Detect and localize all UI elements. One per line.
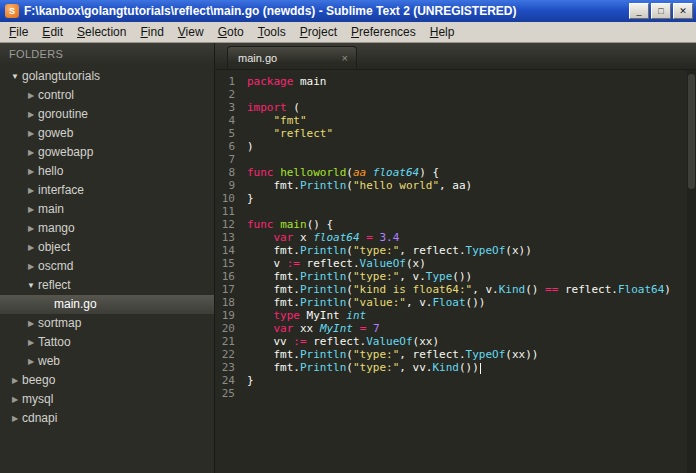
collapsed-arrow-icon[interactable]: ▶: [8, 371, 22, 390]
tree-item-label: goweb: [38, 124, 73, 143]
collapsed-arrow-icon[interactable]: ▶: [24, 143, 38, 162]
tree-item-label: Tattoo: [38, 333, 71, 352]
expanded-arrow-icon[interactable]: ▼: [24, 276, 38, 295]
code-text: fmt.Println("type:", v.Type()): [247, 270, 696, 283]
code-line-9[interactable]: 9 fmt.Println("hello world", aa): [215, 179, 696, 192]
code-line-6[interactable]: 6): [215, 140, 696, 153]
menu-item-selection[interactable]: Selection: [70, 23, 133, 41]
line-number: 13: [215, 231, 247, 244]
code-text: [247, 205, 696, 218]
tab-main-go[interactable]: main.go ×: [227, 46, 357, 69]
menu-item-help[interactable]: Help: [423, 23, 462, 41]
folder-mango[interactable]: ▶mango: [0, 219, 214, 238]
code-text: ): [247, 140, 696, 153]
code-line-14[interactable]: 14 fmt.Println("type:", reflect.TypeOf(x…: [215, 244, 696, 257]
folder-goroutine[interactable]: ▶goroutine: [0, 105, 214, 124]
menu-item-find[interactable]: Find: [133, 23, 170, 41]
collapsed-arrow-icon[interactable]: ▶: [8, 409, 22, 428]
maximize-button[interactable]: □: [651, 3, 671, 19]
code-line-10[interactable]: 10}: [215, 192, 696, 205]
code-line-21[interactable]: 21 vv := reflect.ValueOf(xx): [215, 335, 696, 348]
collapsed-arrow-icon[interactable]: ▶: [24, 200, 38, 219]
code-line-11[interactable]: 11: [215, 205, 696, 218]
collapsed-arrow-icon[interactable]: ▶: [24, 333, 38, 352]
collapsed-arrow-icon[interactable]: ▶: [24, 86, 38, 105]
folder-golangtutorials[interactable]: ▼golangtutorials: [0, 67, 214, 86]
menu-item-file[interactable]: File: [2, 23, 35, 41]
code-line-17[interactable]: 17 fmt.Println("kind is float64:", v.Kin…: [215, 283, 696, 296]
line-number: 19: [215, 309, 247, 322]
code-line-20[interactable]: 20 var xx MyInt = 7: [215, 322, 696, 335]
code-line-13[interactable]: 13 var x float64 = 3.4: [215, 231, 696, 244]
folder-hello[interactable]: ▶hello: [0, 162, 214, 181]
menu-item-preferences[interactable]: Preferences: [344, 23, 423, 41]
folder-gowebapp[interactable]: ▶gowebapp: [0, 143, 214, 162]
file-main.go[interactable]: main.go: [0, 295, 214, 314]
folder-beego[interactable]: ▶beego: [0, 371, 214, 390]
folder-main[interactable]: ▶main: [0, 200, 214, 219]
folder-tattoo[interactable]: ▶Tattoo: [0, 333, 214, 352]
code-text: fmt.Println("type:", reflect.TypeOf(xx)): [247, 348, 696, 361]
folder-control[interactable]: ▶control: [0, 86, 214, 105]
code-text: "reflect": [247, 127, 696, 140]
collapsed-arrow-icon[interactable]: ▶: [24, 162, 38, 181]
code-line-5[interactable]: 5 "reflect": [215, 127, 696, 140]
code-line-23[interactable]: 23 fmt.Println("type:", vv.Kind()): [215, 361, 696, 374]
line-number: 14: [215, 244, 247, 257]
code-line-2[interactable]: 2: [215, 88, 696, 101]
collapsed-arrow-icon[interactable]: ▶: [24, 257, 38, 276]
code-text: package main: [247, 75, 696, 88]
collapsed-arrow-icon[interactable]: ▶: [24, 314, 38, 333]
menu-item-edit[interactable]: Edit: [35, 23, 70, 41]
menu-item-tools[interactable]: Tools: [251, 23, 293, 41]
expanded-arrow-icon[interactable]: ▼: [8, 67, 22, 86]
minimize-button[interactable]: _: [629, 3, 649, 19]
folder-interface[interactable]: ▶interface: [0, 181, 214, 200]
tab-close-icon[interactable]: ×: [342, 52, 348, 64]
folder-sortmap[interactable]: ▶sortmap: [0, 314, 214, 333]
folder-mysql[interactable]: ▶mysql: [0, 390, 214, 409]
sidebar: FOLDERS ▼golangtutorials▶control▶gorouti…: [0, 43, 215, 473]
code-text: fmt.Println("kind is float64:", v.Kind()…: [247, 283, 696, 296]
folder-oscmd[interactable]: ▶oscmd: [0, 257, 214, 276]
collapsed-arrow-icon[interactable]: ▶: [24, 105, 38, 124]
title-bar[interactable]: S F:\kanbox\golangtutorials\reflect\main…: [0, 0, 696, 22]
collapsed-arrow-icon[interactable]: ▶: [24, 238, 38, 257]
code-text: [247, 88, 696, 101]
collapsed-arrow-icon[interactable]: ▶: [24, 352, 38, 371]
folder-goweb[interactable]: ▶goweb: [0, 124, 214, 143]
code-line-15[interactable]: 15 v := reflect.ValueOf(x): [215, 257, 696, 270]
menu-item-goto[interactable]: Goto: [211, 23, 251, 41]
tree-item-label: cdnapi: [22, 409, 57, 428]
collapsed-arrow-icon[interactable]: ▶: [24, 219, 38, 238]
code-line-24[interactable]: 24}: [215, 374, 696, 387]
folder-object[interactable]: ▶object: [0, 238, 214, 257]
code-line-3[interactable]: 3import (: [215, 101, 696, 114]
code-line-8[interactable]: 8func helloworld(aa float64) {: [215, 166, 696, 179]
menu-item-view[interactable]: View: [171, 23, 211, 41]
code-line-7[interactable]: 7: [215, 153, 696, 166]
collapsed-arrow-icon[interactable]: ▶: [24, 124, 38, 143]
code-line-4[interactable]: 4 "fmt": [215, 114, 696, 127]
code-line-16[interactable]: 16 fmt.Println("type:", v.Type()): [215, 270, 696, 283]
tree-item-label: object: [38, 238, 70, 257]
line-number: 12: [215, 218, 247, 231]
line-number: 5: [215, 127, 247, 140]
code-line-25[interactable]: 25: [215, 387, 696, 400]
close-button[interactable]: ✕: [673, 3, 693, 19]
main-area: FOLDERS ▼golangtutorials▶control▶gorouti…: [0, 43, 696, 473]
menu-item-project[interactable]: Project: [293, 23, 344, 41]
scrollbar-thumb[interactable]: [688, 74, 695, 189]
folder-web[interactable]: ▶web: [0, 352, 214, 371]
code-line-22[interactable]: 22 fmt.Println("type:", reflect.TypeOf(x…: [215, 348, 696, 361]
folder-reflect[interactable]: ▼reflect: [0, 276, 214, 295]
code-line-12[interactable]: 12func main() {: [215, 218, 696, 231]
code-line-19[interactable]: 19 type MyInt int: [215, 309, 696, 322]
code-area[interactable]: 1package main23import (4 "fmt"5 "reflect…: [215, 70, 696, 473]
collapsed-arrow-icon[interactable]: ▶: [24, 181, 38, 200]
folder-cdnapi[interactable]: ▶cdnapi: [0, 409, 214, 428]
code-line-1[interactable]: 1package main: [215, 75, 696, 88]
collapsed-arrow-icon[interactable]: ▶: [8, 390, 22, 409]
editor-scrollbar[interactable]: [687, 70, 696, 473]
code-line-18[interactable]: 18 fmt.Println("value:", v.Float()): [215, 296, 696, 309]
